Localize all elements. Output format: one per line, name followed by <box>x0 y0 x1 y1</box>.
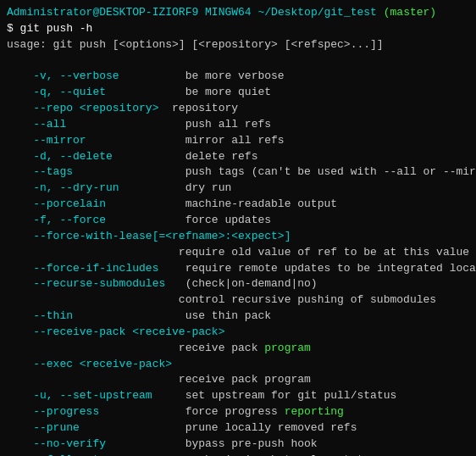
option-mirror: --mirror mirror all refs <box>7 133 469 149</box>
prompt-line: Administrator@DESKTOP-IZIORF9 MINGW64 ~/… <box>7 5 469 21</box>
command-line: $ git push -h <box>7 21 469 37</box>
option-follow-tags: --follow-tags push missing but relevant … <box>7 453 469 456</box>
prompt-user-host: Administrator@DESKTOP-IZIORF9 <box>7 6 198 19</box>
option-progress: --progress force progress reporting <box>7 404 469 420</box>
option-prune: --prune prune locally removed refs <box>7 420 469 437</box>
option-porcelain: --porcelain machine-readable output <box>7 197 469 213</box>
option-delete: -d, --delete delete refs <box>7 149 469 165</box>
option-exec-desc: receive pack program <box>7 372 469 388</box>
option-thin: --thin use thin pack <box>7 309 469 325</box>
option-exec: --exec <receive-pack> <box>7 357 469 373</box>
option-recurse-submodules: --recurse-submodules (check|on-demand|no… <box>7 276 469 292</box>
option-quiet: -q, --quiet be more quiet <box>7 85 469 101</box>
option-force-if-includes: --force-if-includes require remote updat… <box>7 261 469 277</box>
prompt-at <box>198 6 205 19</box>
usage-line: usage: git push [<options>] [<repository… <box>7 37 469 53</box>
option-receive-pack: --receive-pack <receive-pack> <box>7 325 469 341</box>
prompt-shell: MINGW64 <box>205 6 252 19</box>
option-set-upstream: -u, --set-upstream set upstream for git … <box>7 388 469 404</box>
option-all: --all push all refs <box>7 117 469 133</box>
option-force: -f, --force force updates <box>7 213 469 229</box>
prompt-branch: (master) <box>384 6 436 19</box>
prompt-path: ~/Desktop/git_test <box>257 6 376 19</box>
option-force-lease-desc: require old value of ref to be at this v… <box>7 245 469 261</box>
option-recurse-submodules-desc: control recursive pushing of submodules <box>7 292 469 309</box>
option-force-lease: --force-with-lease[=<refname>:<expect>] <box>7 229 469 245</box>
option-tags: --tags push tags (can't be used with --a… <box>7 164 469 181</box>
terminal-window: Administrator@DESKTOP-IZIORF9 MINGW64 ~/… <box>0 0 476 456</box>
option-repo: --repo <repository> repository <box>7 101 469 117</box>
option-dry-run: -n, --dry-run dry run <box>7 181 469 197</box>
option-receive-pack-desc: receive pack program <box>7 341 469 357</box>
option-verbose: -v, --verbose be more verbose <box>7 69 469 85</box>
option-no-verify: --no-verify bypass pre-push hook <box>7 437 469 453</box>
